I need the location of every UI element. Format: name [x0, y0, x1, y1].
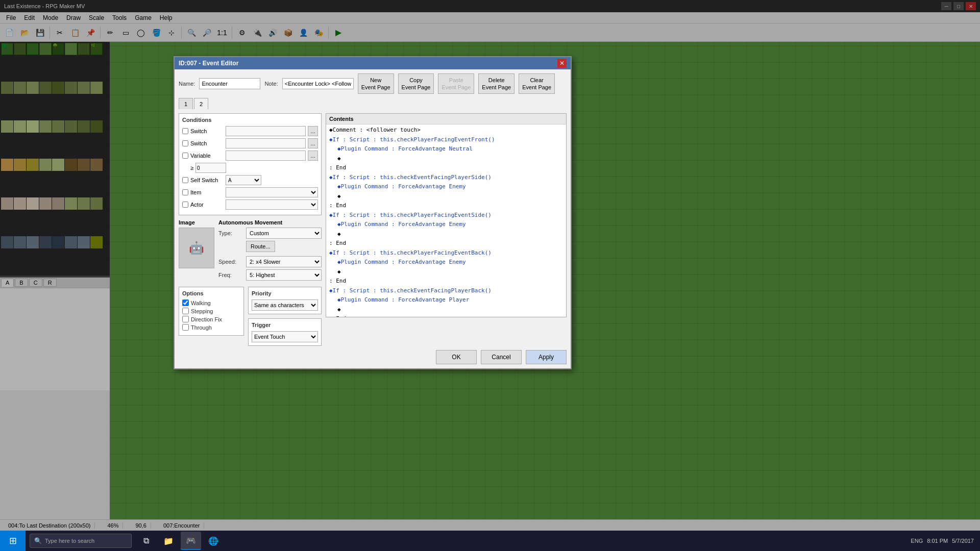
trigger-title: Trigger: [252, 322, 318, 328]
walking-label: Walking: [191, 300, 211, 306]
speed-label: Speed:: [218, 259, 244, 265]
freq-row: Freq: 1: Lowest 2: Lower 3: Normal 4: Hi…: [218, 269, 322, 281]
dialog-header: Name: Note: New Event Page Copy Event Pa…: [179, 73, 567, 94]
dialog-close-btn[interactable]: ✕: [557, 59, 567, 68]
priority-select[interactable]: Below characters Same as characters Abov…: [252, 299, 318, 311]
item-select[interactable]: [226, 187, 318, 197]
page-tab-2[interactable]: 2: [194, 98, 208, 109]
stepping-row: Stepping: [182, 308, 240, 314]
speed-select[interactable]: 1: x8 Slower 2: x4 Slower 3: x2 Slower 4…: [246, 256, 322, 267]
stepping-checkbox[interactable]: [182, 308, 189, 314]
route-btn[interactable]: Route...: [246, 241, 275, 252]
taskbar-right: ENG 8:01 PM 5/7/2017: [911, 538, 980, 544]
left-column: Conditions Switch … Switch …: [179, 113, 322, 346]
taskbar-search[interactable]: 🔍 Type here to search: [30, 534, 132, 548]
taskbar-items: ⧉ 📁 🎮 🌐: [136, 532, 224, 550]
content-line: ◆Comment : <follower touch>: [327, 126, 565, 135]
image-box[interactable]: 🤖: [179, 228, 214, 268]
copy-event-page-btn[interactable]: Copy Event Page: [398, 73, 434, 94]
priority-section: Priority Below characters Same as charac…: [248, 287, 322, 314]
type-select[interactable]: Custom Random Approach Fixed: [246, 228, 322, 239]
options-priority-trigger: Options Walking Stepping: [179, 287, 322, 346]
dialog-body: Name: Note: New Event Page Copy Event Pa…: [175, 69, 571, 368]
dialog-footer: OK Cancel Apply: [179, 346, 567, 364]
switch1-label: Switch: [190, 128, 224, 134]
through-checkbox[interactable]: [182, 324, 189, 331]
content-line: ◆: [327, 154, 565, 164]
actor-row: Actor: [182, 199, 318, 210]
content-line: ◆: [327, 192, 565, 202]
options-box: Options Walking Stepping: [179, 287, 244, 346]
selfswitch-checkbox[interactable]: [182, 177, 188, 183]
new-event-page-btn[interactable]: New Event Page: [358, 73, 394, 94]
through-row: Through: [182, 324, 240, 331]
apply-btn[interactable]: Apply: [526, 350, 567, 364]
cancel-btn[interactable]: Cancel: [481, 350, 522, 364]
content-line: ◆: [327, 230, 565, 239]
walking-checkbox[interactable]: [182, 299, 189, 306]
options-title: Options: [182, 290, 240, 296]
priority-title: Priority: [252, 290, 318, 296]
stepping-label: Stepping: [191, 308, 213, 314]
content-line: : End: [327, 314, 565, 317]
switch1-row: Switch …: [182, 126, 318, 136]
content-line: : End: [327, 277, 565, 286]
direction-fix-checkbox[interactable]: [182, 316, 189, 322]
taskbar-chrome[interactable]: 🌐: [203, 532, 224, 550]
content-line: : End: [327, 163, 565, 173]
trigger-select[interactable]: Action Button Player Touch Event Touch A…: [252, 331, 318, 342]
search-placeholder: Type here to search: [45, 538, 94, 544]
switch2-checkbox[interactable]: [182, 140, 188, 146]
direction-fix-label: Direction Fix: [191, 316, 222, 322]
switch1-btn[interactable]: …: [308, 126, 318, 136]
image-title: Image: [179, 219, 195, 226]
taskbar-time: 8:01 PM: [927, 538, 948, 544]
name-input[interactable]: [199, 78, 260, 89]
switch2-input[interactable]: [226, 138, 306, 148]
content-line: ◆: [327, 267, 565, 277]
content-line: ◆Plugin Command : ForceAdvantage Enemy: [327, 258, 565, 267]
contents-section: Contents ◆Comment : <follower touch>◆If …: [326, 113, 567, 317]
item-checkbox[interactable]: [182, 189, 188, 195]
conditions-title: Conditions: [182, 117, 318, 123]
selfswitch-select[interactable]: A B C D: [226, 175, 261, 185]
actor-label: Actor: [190, 202, 224, 208]
taskbar-task-view[interactable]: ⧉: [136, 532, 156, 550]
variable-value-input[interactable]: [195, 163, 226, 173]
page-tabs: 1 2: [179, 98, 567, 109]
taskbar-rpgmaker[interactable]: 🎮: [181, 532, 201, 550]
variable-btn[interactable]: …: [308, 151, 318, 161]
variable-checkbox[interactable]: [182, 153, 188, 159]
character-sprite: 🤖: [189, 241, 204, 255]
image-wrap: Image 🤖: [179, 219, 214, 283]
autonomous-movement-title: Autonomous Movement: [218, 219, 322, 226]
dialog-titlebar: ID:007 - Event Editor ✕: [175, 57, 571, 69]
item-row: Item: [182, 187, 318, 197]
page-tab-1[interactable]: 1: [179, 98, 193, 109]
route-btn-row: Route...: [218, 241, 322, 254]
freq-select[interactable]: 1: Lowest 2: Lower 3: Normal 4: Higher 5…: [246, 269, 322, 281]
contents-list[interactable]: ◆Comment : <follower touch>◆If : Script …: [326, 124, 566, 317]
actor-checkbox[interactable]: [182, 202, 188, 208]
variable-input[interactable]: [226, 151, 306, 161]
right-column: Contents ◆Comment : <follower touch>◆If …: [326, 113, 567, 346]
walking-row: Walking: [182, 299, 240, 306]
paste-event-page-btn[interactable]: Paste Event Page: [438, 73, 474, 94]
clear-event-page-btn[interactable]: Clear Event Page: [519, 73, 555, 94]
switch2-btn[interactable]: …: [308, 138, 318, 148]
start-button[interactable]: ⊞: [0, 531, 26, 551]
conditions-section: Conditions Switch … Switch …: [179, 113, 322, 215]
actor-select[interactable]: [226, 199, 318, 210]
switch1-checkbox[interactable]: [182, 128, 188, 134]
ok-btn[interactable]: OK: [436, 350, 477, 364]
taskbar-lang: ENG: [911, 538, 923, 544]
switch1-input[interactable]: [226, 126, 306, 136]
variable-row: Variable …: [182, 151, 318, 161]
type-label: Type:: [218, 230, 244, 236]
delete-event-page-btn[interactable]: Delete Event Page: [478, 73, 514, 94]
taskbar-explorer[interactable]: 📁: [158, 532, 179, 550]
content-line: ◆If : Script : this.checkPlayerFacingEve…: [327, 135, 565, 145]
name-label: Name:: [179, 81, 195, 87]
content-line: ◆If : Script : this.checkEventFacingPlay…: [327, 173, 565, 183]
note-input[interactable]: [282, 78, 354, 89]
